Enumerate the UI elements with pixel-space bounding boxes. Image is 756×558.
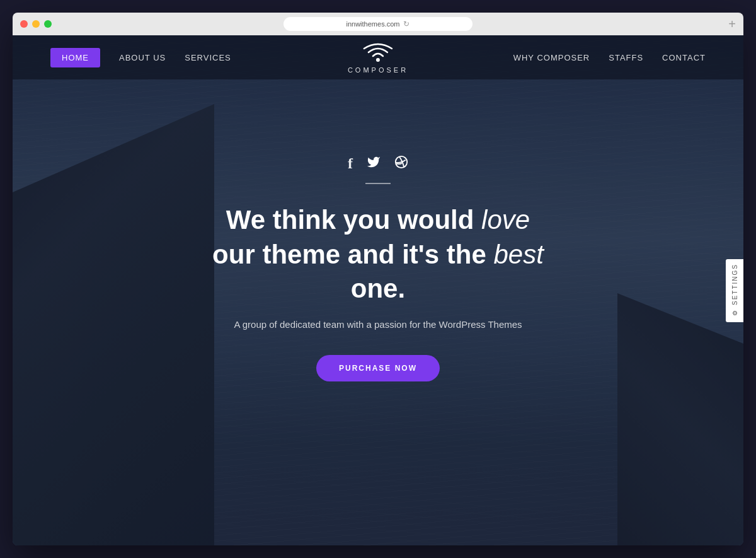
settings-label: ⚙ SETTINGS: [731, 264, 738, 317]
hero-title-part2: our theme and it's the: [212, 240, 493, 269]
nav-left: HOME ABOUT US SERVICES: [50, 48, 231, 67]
traffic-lights: [20, 20, 52, 28]
divider: [365, 183, 391, 184]
nav-why-composer[interactable]: WHY COMPOSER: [513, 53, 590, 62]
nav-home[interactable]: HOME: [50, 48, 100, 67]
nav-right: WHY COMPOSER STAFFS CONTACT: [513, 53, 706, 62]
hero-title-italic1: love: [481, 205, 530, 235]
minimize-button[interactable]: [32, 20, 40, 28]
url-bar[interactable]: innwithemes.com ↻: [284, 17, 472, 31]
logo[interactable]: COMPOSER: [348, 41, 408, 74]
hero-title: We think you would love our theme and it…: [212, 203, 544, 306]
url-text: innwithemes.com: [346, 20, 400, 28]
nav-staffs[interactable]: STAFFS: [609, 53, 643, 62]
navbar: HOME ABOUT US SERVICES COMPOSER WHY COMP…: [13, 35, 743, 79]
logo-icon: [362, 41, 394, 65]
purchase-button[interactable]: PURCHASE NOW: [316, 355, 440, 381]
logo-text: COMPOSER: [348, 66, 408, 74]
title-bar: innwithemes.com ↻ +: [13, 13, 743, 35]
hero-content: f We think you would love our theme and …: [13, 79, 743, 381]
refresh-icon[interactable]: ↻: [403, 20, 410, 28]
nav-services[interactable]: SERVICES: [185, 53, 231, 62]
dribbble-icon[interactable]: [394, 155, 408, 173]
svg-point-0: [376, 58, 380, 62]
social-icons: f: [348, 155, 408, 173]
nav-contact[interactable]: CONTACT: [662, 53, 706, 62]
nav-about[interactable]: ABOUT US: [119, 53, 166, 62]
settings-gear-icon: ⚙: [731, 309, 738, 317]
browser-window: innwithemes.com ↻ + HOME ABOUT US SERVIC…: [13, 13, 743, 545]
hero-title-part3: one.: [351, 274, 405, 303]
site-wrapper: HOME ABOUT US SERVICES COMPOSER WHY COMP…: [13, 35, 743, 545]
settings-panel[interactable]: ⚙ SETTINGS: [726, 259, 743, 322]
close-button[interactable]: [20, 20, 28, 28]
settings-text: SETTINGS: [731, 264, 738, 305]
hero-title-part1: We think you would: [226, 205, 481, 235]
add-tab-button[interactable]: +: [728, 18, 736, 30]
twitter-icon[interactable]: [367, 155, 381, 173]
maximize-button[interactable]: [44, 20, 52, 28]
facebook-icon[interactable]: f: [348, 155, 353, 173]
hero-subtitle: A group of dedicated team with a passion…: [234, 319, 522, 330]
hero-title-italic2: best: [493, 240, 543, 269]
